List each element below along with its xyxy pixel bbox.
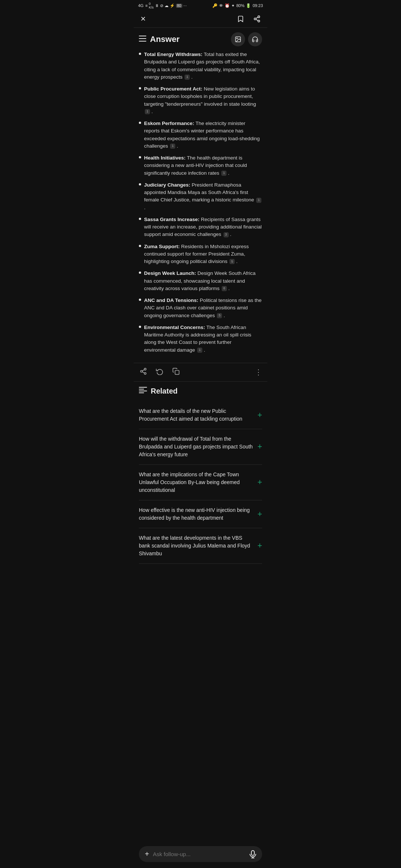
bullet-item: Public Procurement Act: New legislation …	[139, 85, 262, 115]
bullet-bold: Environmental Concerns:	[144, 325, 205, 330]
share-action-button[interactable]	[139, 367, 148, 378]
svg-line-14	[142, 369, 144, 371]
cloud-icon: ☁	[164, 3, 169, 8]
bullet-dot	[139, 183, 141, 185]
svg-point-1	[254, 18, 256, 20]
add-icon: +	[257, 410, 262, 420]
action-bar: ⋮	[134, 363, 267, 382]
bullet-text: Environmental Concerns: The South Africa…	[144, 324, 262, 354]
alarm-icon: ⏰	[225, 3, 230, 8]
bullet-item: Health Initiatives: The health departmen…	[139, 154, 262, 177]
related-item[interactable]: What are the latest developments in the …	[139, 528, 262, 564]
copy-action-button[interactable]	[172, 367, 180, 378]
top-nav: ✕	[134, 10, 267, 28]
images-button[interactable]	[231, 32, 245, 46]
add-icon: +	[257, 477, 262, 487]
bookmark-button[interactable]	[235, 14, 246, 24]
bullet-item: Environmental Concerns: The South Africa…	[139, 324, 262, 354]
bullet-text: Judiciary Changes: President Ramaphosa a…	[144, 181, 262, 211]
bullet-bold: Public Procurement Act:	[144, 86, 202, 92]
bullet-text: ANC and DA Tensions: Political tensions …	[144, 297, 262, 319]
bullet-bold: Design Week Launch:	[144, 270, 196, 276]
bullet-dot	[139, 299, 141, 301]
bullet-dot	[139, 53, 141, 55]
answer-title-group: Answer	[139, 34, 179, 44]
clock: 09:23	[252, 3, 263, 8]
bolt-icon: ⚡	[170, 3, 175, 8]
bullet-bold: ANC and DA Tensions:	[144, 297, 198, 303]
bluetooth-icon: ✦	[231, 3, 235, 8]
related-item[interactable]: How will the withdrawal of Total from th…	[139, 429, 262, 465]
svg-rect-18	[139, 391, 147, 391]
bullet-text: Zuma Support: Residents in Msholozi expr…	[144, 243, 262, 266]
bullet-item: Sassa Grants Increase: Recipients of Sas…	[139, 216, 262, 239]
bullet-item: ANC and DA Tensions: Political tensions …	[139, 297, 262, 319]
svg-point-10	[144, 368, 146, 370]
svg-point-11	[141, 370, 143, 372]
bullet-text: Health Initiatives: The health departmen…	[144, 154, 262, 177]
status-right: 🔑 👁 ⏰ ✦ 80% 🔋 09:23	[212, 3, 263, 8]
svg-point-2	[258, 20, 260, 22]
bullet-dot	[139, 122, 141, 124]
bullet-bold: Health Initiatives:	[144, 155, 186, 161]
related-header: Related	[139, 387, 262, 395]
eye-icon: 👁	[219, 3, 223, 8]
nav-icon-group	[235, 14, 262, 24]
bullet-bold: Sassa Grants Increase:	[144, 217, 199, 222]
answer-header-buttons	[231, 32, 262, 46]
answer-content: Total Energy Withdraws: Total has exited…	[134, 49, 267, 361]
bullet-item: Total Energy Withdraws: Total has exited…	[139, 51, 262, 81]
bullet-dot	[139, 87, 141, 89]
citation-badge: 6	[222, 286, 227, 291]
citation-badge: 1	[170, 144, 175, 149]
related-item-text: What are the implications of the Cape To…	[139, 471, 253, 494]
signal-icon: 4G	[138, 3, 144, 8]
add-icon: +	[257, 541, 262, 550]
bullet-item: Judiciary Changes: President Ramaphosa a…	[139, 181, 262, 211]
answer-header: Answer	[134, 28, 267, 49]
related-title: Related	[151, 387, 177, 395]
bullet-text: Eskom Performance: The electricity minis…	[144, 120, 262, 150]
battery-icon: 🔋	[246, 3, 251, 8]
key-icon: 🔑	[212, 3, 218, 8]
citation-badge: 1	[256, 198, 261, 203]
status-left: 4G ≡ 0K/s ⏸ ⊘ ☁ ⚡ 80 ···	[138, 2, 187, 9]
svg-line-4	[256, 17, 258, 18]
svg-point-9	[237, 38, 237, 39]
related-section: Related What are the details of the new …	[134, 382, 267, 564]
refresh-action-button[interactable]	[155, 367, 164, 378]
close-button[interactable]: ✕	[139, 13, 147, 24]
related-item-text: What are the details of the new Public P…	[139, 407, 253, 423]
bullet-text: Public Procurement Act: New legislation …	[144, 85, 262, 115]
bullet-dot	[139, 272, 141, 274]
svg-rect-19	[139, 392, 144, 393]
svg-rect-16	[139, 387, 147, 388]
battery-percent: 80%	[236, 3, 244, 8]
related-item-text: What are the latest developments in the …	[139, 534, 253, 558]
more-options-button[interactable]: ⋮	[255, 368, 262, 377]
add-icon: +	[257, 509, 262, 519]
menu-icon	[139, 36, 146, 43]
add-icon: +	[257, 442, 262, 451]
svg-line-3	[256, 19, 258, 20]
citation-badge: 1	[221, 171, 226, 176]
bullet-bold: Eskom Performance:	[144, 121, 194, 126]
audio-button[interactable]	[248, 32, 262, 46]
svg-rect-5	[139, 36, 146, 36]
bullet-item: Eskom Performance: The electricity minis…	[139, 120, 262, 150]
citation-badge: 1	[185, 75, 190, 80]
bullet-dot	[139, 245, 141, 247]
bullet-dot	[139, 156, 141, 158]
related-item[interactable]: How effective is the new anti-HIV inject…	[139, 500, 262, 528]
related-icon	[139, 387, 147, 395]
data-speed: 0K/s	[149, 2, 154, 9]
related-item[interactable]: What are the details of the new Public P…	[139, 401, 262, 429]
citation-badge: 5	[229, 259, 235, 264]
bullet-bold: Zuma Support:	[144, 244, 180, 249]
svg-point-12	[144, 372, 146, 374]
share-button[interactable]	[252, 14, 262, 24]
svg-point-0	[258, 16, 260, 18]
pause-icon: ⏸	[155, 3, 159, 8]
related-item[interactable]: What are the implications of the Cape To…	[139, 465, 262, 500]
svg-rect-15	[175, 370, 179, 374]
